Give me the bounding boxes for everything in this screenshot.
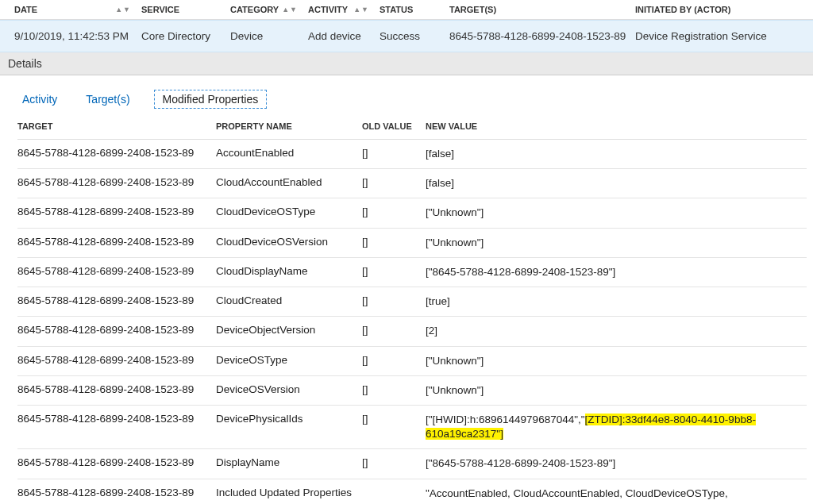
prop-name: DeviceOSType [216, 354, 362, 366]
prop-target: 8645-5788-4128-6899-2408-1523-89 [17, 383, 216, 395]
prop-name: CloudDisplayName [216, 265, 362, 277]
prop-new-value: ["Unknown"] [426, 354, 807, 368]
prop-col-new[interactable]: NEW VALUE [426, 121, 807, 131]
prop-target: 8645-5788-4128-6899-2408-1523-89 [17, 456, 216, 468]
prop-new-value: ["8645-5788-4128-6899-2408-1523-89"] [426, 456, 807, 471]
prop-row: 8645-5788-4128-6899-2408-1523-89Included… [17, 479, 807, 504]
prop-name: DeviceObjectVersion [216, 324, 362, 336]
prop-target: 8645-5788-4128-6899-2408-1523-89 [17, 294, 216, 306]
cell-date: 9/10/2019, 11:42:53 PM [14, 30, 141, 42]
prop-old-value: [] [362, 456, 426, 468]
prop-row: 8645-5788-4128-6899-2408-1523-89CloudDev… [17, 198, 807, 228]
prop-new-value: ["[HWID]:h:6896144979687044","[ZTDID]:33… [426, 413, 807, 441]
prop-row: 8645-5788-4128-6899-2408-1523-89DeviceOS… [17, 347, 807, 376]
col-target[interactable]: TARGET(S) [449, 5, 635, 14]
prop-target: 8645-5788-4128-6899-2408-1523-89 [17, 206, 216, 217]
prop-old-value: [] [362, 265, 426, 277]
sort-icon[interactable]: ▲▼ [353, 7, 368, 13]
details-label: Details [8, 57, 42, 70]
col-actor[interactable]: INITIATED BY (ACTOR) [635, 5, 807, 14]
prop-target: 8645-5788-4128-6899-2408-1523-89 [17, 147, 216, 159]
prop-old-value: [] [362, 176, 426, 188]
cell-actor: Device Registration Service [635, 30, 807, 42]
modified-properties-table: TARGET PROPERTY NAME OLD VALUE NEW VALUE… [0, 113, 813, 504]
prop-new-value: [true] [426, 294, 807, 309]
sort-icon[interactable]: ▲▼ [115, 7, 130, 13]
details-header: Details [0, 52, 813, 75]
prop-new-value: ["8645-5788-4128-6899-2408-1523-89"] [426, 265, 807, 279]
prop-old-value: [] [362, 206, 426, 217]
prop-new-value: [false] [426, 147, 807, 161]
prop-new-value: [false] [426, 176, 807, 190]
prop-target: 8645-5788-4128-6899-2408-1523-89 [17, 354, 216, 366]
audit-grid-header: DATE ▲▼ SERVICE CATEGORY ▲▼ ACTIVITY ▲▼ … [0, 0, 813, 20]
cell-target: 8645-5788-4128-6899-2408-1523-89 [449, 30, 635, 42]
prop-new-value: ["Unknown"] [426, 383, 807, 398]
tab-activity[interactable]: Activity [17, 90, 62, 109]
prop-row: 8645-5788-4128-6899-2408-1523-89DeviceOb… [17, 317, 807, 346]
prop-row: 8645-5788-4128-6899-2408-1523-89DevicePh… [17, 406, 807, 449]
prop-name: DisplayName [216, 456, 362, 468]
cell-activity: Add device [308, 30, 380, 42]
tab-modified-properties[interactable]: Modified Properties [154, 90, 268, 109]
prop-row: 8645-5788-4128-6899-2408-1523-89CloudDis… [17, 258, 807, 287]
prop-new-value: [2] [426, 324, 807, 338]
prop-old-value: [] [362, 147, 426, 159]
prop-row: 8645-5788-4128-6899-2408-1523-89CloudCre… [17, 287, 807, 317]
prop-name: AccountEnabled [216, 147, 362, 159]
prop-target: 8645-5788-4128-6899-2408-1523-89 [17, 176, 216, 188]
col-category[interactable]: CATEGORY ▲▼ [230, 5, 308, 14]
prop-target: 8645-5788-4128-6899-2408-1523-89 [17, 324, 216, 336]
audit-grid-row-selected[interactable]: 9/10/2019, 11:42:53 PM Core Directory De… [0, 20, 813, 52]
prop-name: CloudDeviceOSVersion [216, 236, 362, 248]
prop-old-value: [] [362, 294, 426, 306]
prop-row: 8645-5788-4128-6899-2408-1523-89CloudAcc… [17, 169, 807, 198]
prop-header: TARGET PROPERTY NAME OLD VALUE NEW VALUE [17, 113, 807, 140]
prop-row: 8645-5788-4128-6899-2408-1523-89DisplayN… [17, 449, 807, 479]
prop-row: 8645-5788-4128-6899-2408-1523-89AccountE… [17, 140, 807, 169]
prop-old-value: [] [362, 324, 426, 336]
prop-target: 8645-5788-4128-6899-2408-1523-89 [17, 265, 216, 277]
prop-name: DevicePhysicalIds [216, 413, 362, 425]
details-tabs: Activity Target(s) Modified Properties [0, 75, 813, 113]
cell-category: Device [230, 30, 308, 42]
prop-new-value: ["Unknown"] [426, 206, 807, 220]
prop-target: 8645-5788-4128-6899-2408-1523-89 [17, 487, 216, 498]
prop-col-name[interactable]: PROPERTY NAME [216, 121, 362, 131]
prop-row: 8645-5788-4128-6899-2408-1523-89DeviceOS… [17, 376, 807, 406]
prop-new-value: "AccountEnabled, CloudAccountEnabled, Cl… [426, 487, 807, 504]
col-date[interactable]: DATE ▲▼ [14, 5, 141, 14]
prop-old-value: [] [362, 383, 426, 395]
prop-name: CloudCreated [216, 294, 362, 306]
prop-row: 8645-5788-4128-6899-2408-1523-89CloudDev… [17, 229, 807, 258]
prop-col-target[interactable]: TARGET [17, 121, 216, 131]
col-status[interactable]: STATUS [380, 5, 449, 14]
prop-old-value: [] [362, 236, 426, 248]
cell-service: Core Directory [141, 30, 230, 42]
prop-target: 8645-5788-4128-6899-2408-1523-89 [17, 236, 216, 248]
prop-col-old[interactable]: OLD VALUE [362, 121, 426, 131]
col-date-label: DATE [14, 5, 37, 14]
col-activity[interactable]: ACTIVITY ▲▼ [308, 5, 380, 14]
prop-name: CloudDeviceOSType [216, 206, 362, 217]
prop-name: DeviceOSVersion [216, 383, 362, 395]
prop-new-value: ["Unknown"] [426, 236, 807, 250]
prop-target: 8645-5788-4128-6899-2408-1523-89 [17, 413, 216, 425]
sort-icon[interactable]: ▲▼ [282, 7, 297, 13]
prop-name: Included Updated Properties [216, 487, 362, 498]
prop-old-value: [] [362, 413, 426, 425]
col-service[interactable]: SERVICE [141, 5, 230, 14]
prop-old-value: [] [362, 354, 426, 366]
tab-targets[interactable]: Target(s) [81, 90, 134, 109]
prop-name: CloudAccountEnabled [216, 176, 362, 188]
cell-status: Success [380, 30, 449, 42]
